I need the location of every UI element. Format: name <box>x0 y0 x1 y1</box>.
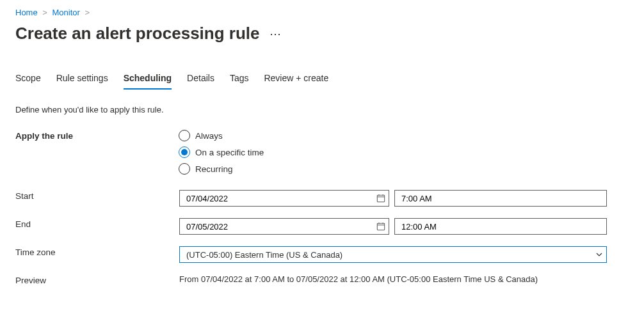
tab-tags[interactable]: Tags <box>230 69 249 90</box>
breadcrumb-separator: > <box>40 8 50 17</box>
radio-specific-label: On a specific time <box>195 148 264 157</box>
preview-label: Preview <box>15 274 179 285</box>
more-actions-icon[interactable]: ⋯ <box>270 27 282 41</box>
tab-details[interactable]: Details <box>187 69 214 90</box>
tab-scheduling[interactable]: Scheduling <box>124 69 172 90</box>
tab-review-create[interactable]: Review + create <box>264 69 328 90</box>
end-time-input[interactable] <box>394 218 607 235</box>
chevron-down-icon <box>595 251 603 258</box>
radio-circle-icon <box>179 146 190 158</box>
timezone-label: Time zone <box>15 246 179 257</box>
start-time-input[interactable] <box>394 190 607 207</box>
breadcrumb: Home > Monitor > <box>15 5 629 20</box>
tab-rule-settings[interactable]: Rule settings <box>56 69 108 90</box>
radio-recurring[interactable]: Recurring <box>179 163 629 175</box>
breadcrumb-separator: > <box>83 8 93 17</box>
timezone-value: (UTC-05:00) Eastern Time (US & Canada) <box>186 250 342 260</box>
intro-text: Define when you'd like to apply this rul… <box>15 105 629 114</box>
radio-recurring-label: Recurring <box>195 164 233 174</box>
radio-circle-icon <box>179 163 190 175</box>
radio-always-label: Always <box>195 131 223 141</box>
timezone-select[interactable]: (UTC-05:00) Eastern Time (US & Canada) <box>179 246 607 263</box>
start-date-input[interactable] <box>179 190 389 207</box>
preview-text: From 07/04/2022 at 7:00 AM to 07/05/2022… <box>179 274 629 284</box>
radio-specific-time[interactable]: On a specific time <box>179 146 629 158</box>
tab-scope[interactable]: Scope <box>15 69 41 90</box>
apply-rule-radio-group: Always On a specific time Recurring <box>179 130 629 175</box>
apply-rule-label: Apply the rule <box>15 130 179 141</box>
page-title: Create an alert processing rule <box>15 21 259 46</box>
breadcrumb-monitor[interactable]: Monitor <box>52 8 80 17</box>
start-label: Start <box>15 190 179 201</box>
end-date-input[interactable] <box>179 218 389 235</box>
radio-always[interactable]: Always <box>179 130 629 141</box>
breadcrumb-home[interactable]: Home <box>15 8 38 17</box>
radio-circle-icon <box>179 130 190 141</box>
tab-bar: Scope Rule settings Scheduling Details T… <box>15 69 629 90</box>
end-label: End <box>15 218 179 229</box>
